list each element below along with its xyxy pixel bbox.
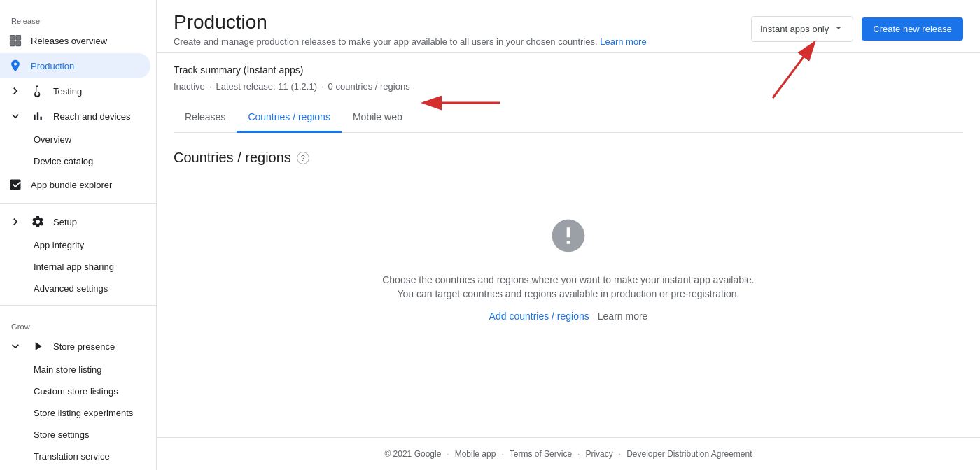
help-icon[interactable]: ?: [297, 152, 309, 164]
main-store-listing-label: Main store listing: [34, 364, 102, 375]
empty-message-1: Choose the countries and regions where y…: [382, 274, 755, 285]
create-release-button[interactable]: Create new release: [862, 17, 963, 41]
footer: © 2021 Google · Mobile app · Terms of Se…: [157, 437, 980, 470]
sidebar-item-releases-overview[interactable]: Releases overview: [0, 28, 150, 53]
footer-privacy[interactable]: Privacy: [585, 449, 612, 459]
countries-count: 0 countries / regions: [328, 81, 410, 92]
sidebar-item-production[interactable]: Production: [0, 53, 150, 78]
internal-app-sharing-label: Internal app sharing: [34, 262, 114, 272]
store-settings-label: Store settings: [34, 429, 90, 440]
sidebar-item-device-catalog[interactable]: Device catalog: [0, 150, 150, 172]
chevron-down-icon: [8, 109, 22, 123]
app-integrity-label: App integrity: [34, 240, 84, 250]
rocket-icon: [8, 59, 22, 73]
footer-terms[interactable]: Terms of Service: [510, 449, 572, 459]
main-content-area: Production Create and manage production …: [157, 0, 980, 470]
sidebar-item-reach-devices[interactable]: Reach and devices: [0, 104, 150, 129]
instant-apps-label: Instant apps only: [760, 24, 829, 34]
tab-mobile-web[interactable]: Mobile web: [342, 103, 414, 133]
advanced-settings-label: Advanced settings: [34, 283, 108, 294]
sidebar-item-label: Reach and devices: [53, 111, 139, 122]
play-icon: [31, 339, 45, 353]
flask-icon: [31, 84, 45, 98]
chevron-right-icon: [8, 84, 22, 98]
section-title-text: Countries / regions: [174, 150, 291, 166]
sidebar-section-release: Release: [0, 6, 156, 28]
sidebar-item-store-settings[interactable]: Store settings: [0, 424, 150, 446]
sidebar-item-custom-store-listings[interactable]: Custom store listings: [0, 380, 150, 402]
custom-store-listings-label: Custom store listings: [34, 386, 118, 397]
separator-dot-1: ·: [209, 81, 212, 92]
learn-more-link[interactable]: Learn more: [600, 36, 646, 47]
overview-label: Overview: [34, 134, 71, 145]
sidebar-section-grow: Grow: [0, 311, 156, 334]
track-summary-info: Inactive · Latest release: 11 (1.2.1) · …: [174, 81, 963, 92]
create-release-label: Create new release: [873, 24, 952, 34]
sidebar-item-label: App bundle explorer: [31, 180, 139, 190]
empty-learn-more-link[interactable]: Learn more: [598, 311, 648, 322]
sidebar-item-label: Releases overview: [31, 36, 139, 46]
header-left: Production Create and manage production …: [174, 11, 647, 47]
bundle-icon: [8, 178, 22, 192]
translation-service-label: Translation service: [34, 451, 110, 462]
sidebar-item-advanced-settings[interactable]: Advanced settings: [0, 278, 150, 299]
sidebar-item-label: Setup: [53, 217, 139, 227]
empty-message-2: You can target countries and regions ava…: [397, 288, 739, 299]
device-catalog-label: Device catalog: [34, 156, 93, 166]
section-title: Countries / regions ?: [174, 150, 963, 166]
sidebar-divider-2: [0, 305, 156, 306]
sidebar: Release Releases overview Production Tes…: [0, 0, 157, 470]
footer-distribution-agreement[interactable]: Developer Distribution Agreement: [626, 449, 752, 459]
sidebar-divider: [0, 203, 156, 204]
header-right: Instant apps only Create new release: [751, 16, 963, 42]
grid-icon: [8, 34, 22, 48]
copyright: © 2021 Google: [384, 449, 441, 459]
tab-releases[interactable]: Releases: [174, 103, 237, 133]
store-listing-experiments-label: Store listing experiments: [34, 408, 133, 418]
sidebar-item-setup[interactable]: Setup: [0, 209, 150, 234]
tab-countries-regions[interactable]: Countries / regions: [237, 103, 342, 133]
page-title: Production: [174, 11, 647, 34]
sidebar-item-store-listing-experiments[interactable]: Store listing experiments: [0, 402, 150, 424]
sidebar-item-internal-app-sharing[interactable]: Internal app sharing: [0, 256, 150, 278]
dropdown-chevron-icon: [833, 22, 844, 36]
sidebar-item-store-presence[interactable]: Store presence: [0, 334, 150, 359]
chevron-down-icon: [8, 339, 22, 353]
empty-state-actions: Add countries / regions Learn more: [489, 311, 648, 322]
latest-release: Latest release: 11 (1.2.1): [216, 81, 317, 92]
footer-mobile-app[interactable]: Mobile app: [455, 449, 496, 459]
sidebar-item-overview[interactable]: Overview: [0, 129, 150, 150]
sidebar-item-label: Store presence: [53, 341, 139, 352]
production-content: Track summary (Instant apps) Inactive · …: [157, 53, 980, 437]
track-summary: Track summary (Instant apps) Inactive · …: [174, 64, 963, 92]
sidebar-item-testing[interactable]: Testing: [0, 78, 150, 104]
sidebar-item-main-store-listing[interactable]: Main store listing: [0, 359, 150, 380]
chevron-right-icon: [8, 215, 22, 229]
chart-icon: [31, 109, 45, 123]
sidebar-item-translation-service[interactable]: Translation service: [0, 446, 150, 467]
sidebar-item-label: Production: [31, 61, 139, 71]
track-summary-title: Track summary (Instant apps): [174, 64, 963, 76]
sidebar-item-app-bundle-explorer[interactable]: App bundle explorer: [0, 172, 150, 197]
sidebar-item-label: Testing: [53, 86, 139, 97]
content-tabs: Releases Countries / regions Mobile web: [174, 103, 963, 133]
page-subtitle: Create and manage production releases to…: [174, 36, 647, 47]
gear-icon: [31, 215, 45, 229]
sidebar-item-app-integrity[interactable]: App integrity: [0, 234, 150, 256]
warning-icon: [549, 216, 588, 263]
separator-dot-2: ·: [321, 81, 324, 92]
instant-apps-button[interactable]: Instant apps only: [751, 16, 853, 42]
empty-state: Choose the countries and regions where y…: [174, 188, 963, 350]
add-countries-link[interactable]: Add countries / regions: [489, 311, 589, 322]
main-header: Production Create and manage production …: [157, 0, 980, 53]
track-status: Inactive: [174, 81, 205, 92]
